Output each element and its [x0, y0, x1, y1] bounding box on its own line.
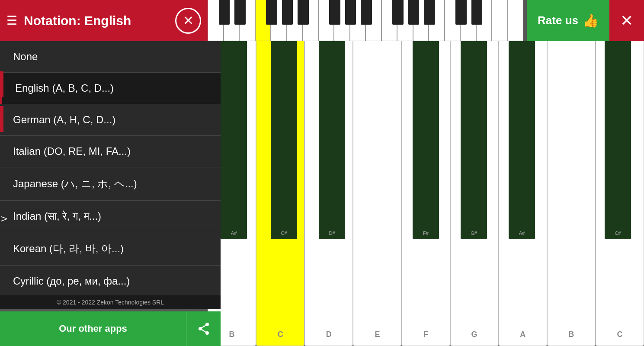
key-label-F: F	[423, 330, 428, 339]
menu-item-korean[interactable]: Korean (다, 라, 바, 아...)	[0, 232, 221, 266]
mini-piano-keys	[208, 0, 523, 41]
header-bar: ☰ Notation: English ✕	[0, 0, 208, 41]
menu-item-german-label: German (A, H, C, D...)	[13, 114, 115, 126]
key-label-D: D	[326, 330, 332, 339]
dropdown-menu: None English (A, B, C, D...) German (A, …	[0, 41, 221, 297]
mini-key-5[interactable]	[271, 0, 287, 41]
other-apps-button[interactable]: Our other apps	[0, 311, 186, 346]
menu-item-japanese-label: Japanese (ハ, ニ, ホ, ヘ...)	[13, 177, 137, 191]
other-apps-label: Our other apps	[59, 323, 127, 334]
mini-key-13[interactable]	[397, 0, 413, 41]
close-icon-green: ✕	[620, 12, 633, 30]
white-key-E[interactable]: E	[353, 41, 401, 346]
key-label-B1: B	[229, 330, 235, 339]
menu-item-japanese[interactable]: Japanese (ハ, ニ, ホ, ヘ...)	[0, 167, 221, 201]
mini-key-2[interactable]	[224, 0, 240, 41]
mini-key-9[interactable]	[334, 0, 350, 41]
mini-key-11[interactable]	[365, 0, 381, 41]
key-label-E: E	[375, 330, 380, 339]
share-button[interactable]	[186, 311, 221, 346]
mini-key-19[interactable]	[492, 0, 508, 41]
mini-key-18[interactable]	[476, 0, 492, 41]
hamburger-icon[interactable]: ☰	[6, 13, 17, 28]
white-key-F[interactable]: F	[401, 41, 450, 346]
mini-key-12[interactable]	[381, 0, 397, 41]
menu-item-italian[interactable]: Italian (DO, RE, MI, FA...)	[0, 136, 221, 167]
menu-item-german[interactable]: German (A, H, C, D...)	[0, 104, 221, 136]
white-key-G[interactable]: G	[450, 41, 499, 346]
mini-key-16[interactable]	[445, 0, 461, 41]
rate-us-area: Rate us 👍 ✕	[527, 0, 644, 41]
mini-key-15[interactable]	[429, 0, 445, 41]
menu-item-none[interactable]: None	[0, 41, 221, 73]
rate-us-close-button[interactable]: ✕	[609, 0, 644, 41]
white-key-C2[interactable]: C	[596, 41, 644, 346]
menu-item-none-label: None	[13, 51, 38, 63]
mini-key-20[interactable]	[508, 0, 524, 41]
mini-piano	[208, 0, 523, 41]
mini-key-6[interactable]	[287, 0, 303, 41]
header-title: Notation: English	[24, 13, 169, 28]
menu-item-indian[interactable]: Indian (सा, रे, ग, म...)	[0, 201, 221, 232]
menu-item-cyrillic[interactable]: Cyrillic (до, ре, ми, фа...)	[0, 266, 221, 297]
menu-item-indian-label: Indian (सा, रे, ग, म...)	[13, 210, 101, 222]
white-key-A[interactable]: A	[499, 41, 547, 346]
mini-key-14[interactable]	[413, 0, 429, 41]
mini-key-17[interactable]	[460, 0, 476, 41]
mini-key-10[interactable]	[350, 0, 366, 41]
mini-key-1[interactable]	[208, 0, 224, 41]
key-label-C1: C	[278, 330, 283, 339]
white-key-D[interactable]: D	[304, 41, 353, 346]
mini-key-3[interactable]	[239, 0, 255, 41]
thumbs-up-icon: 👍	[583, 13, 599, 28]
copyright-text: © 2021 - 2022 Zekon Technologies SRL	[0, 295, 221, 309]
menu-item-english[interactable]: English (A, B, C, D...)	[0, 73, 221, 104]
mini-key-8[interactable]	[318, 0, 334, 41]
share-icon	[197, 322, 210, 335]
close-icon: ✕	[183, 13, 194, 28]
mini-key-7[interactable]	[302, 0, 318, 41]
menu-item-korean-label: Korean (다, 라, 바, 아...)	[13, 242, 124, 256]
key-label-C2: C	[617, 330, 622, 339]
menu-item-italian-label: Italian (DO, RE, MI, FA...)	[13, 145, 131, 157]
main-piano: B C D E F G A B C A#	[208, 41, 644, 346]
bottom-bar: Our other apps	[0, 311, 221, 346]
red-indicator-2	[0, 106, 3, 132]
vertical-label: V	[0, 216, 9, 221]
header-close-button[interactable]: ✕	[175, 8, 201, 34]
mini-key-4-active[interactable]	[255, 0, 271, 41]
white-key-C1[interactable]: C	[256, 41, 304, 346]
key-label-G: G	[471, 330, 477, 339]
white-keys-container: B C D E F G A B C A#	[208, 41, 644, 346]
svg-line-4	[200, 329, 207, 333]
key-label-B2: B	[568, 330, 574, 339]
menu-item-cyrillic-label: Cyrillic (до, ре, ми, фа...)	[13, 275, 130, 287]
rate-us-label: Rate us	[538, 14, 578, 27]
red-indicator-1	[0, 71, 3, 97]
white-key-B2[interactable]: B	[547, 41, 596, 346]
menu-item-english-label: English (A, B, C, D...)	[15, 82, 114, 94]
rate-us-button[interactable]: Rate us 👍	[527, 0, 609, 41]
key-label-A: A	[520, 330, 525, 339]
svg-line-3	[200, 324, 207, 329]
